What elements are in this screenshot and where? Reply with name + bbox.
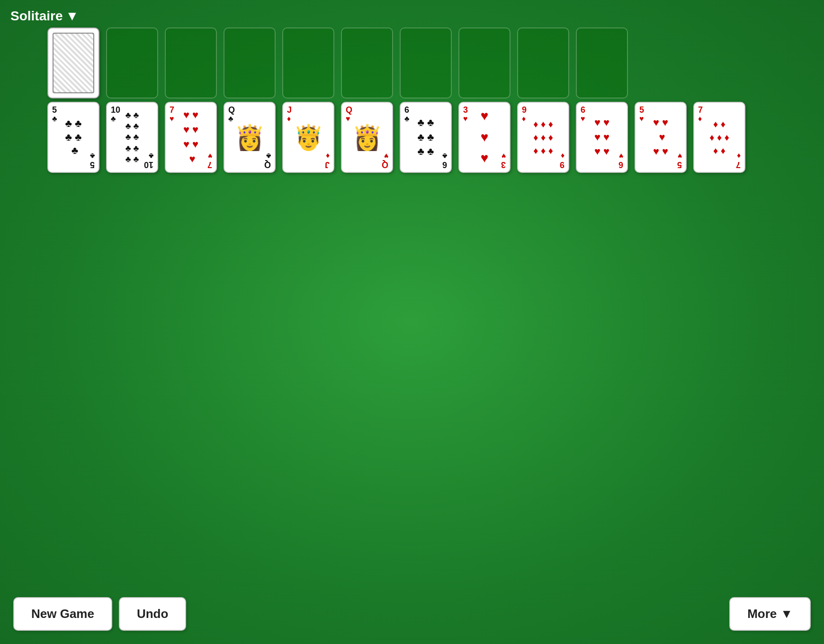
tableau-col-10: 6 ♥ ♥ ♥♥ ♥♥ ♥ 6 ♥ bbox=[576, 102, 628, 173]
tableau-col-11: 5 ♥ ♥ ♥ ♥♥ ♥ 5 ♥ bbox=[635, 102, 687, 173]
tableau-col-4: Q ♣ 👸 Q ♣ bbox=[224, 102, 276, 173]
foundation-slot-2[interactable] bbox=[224, 27, 276, 98]
card-back-pattern bbox=[53, 33, 94, 93]
tableau-col-3: 7 ♥ ♥ ♥♥ ♥♥ ♥ ♥ 7 ♥ bbox=[165, 102, 217, 173]
tableau-col-6: Q ♥ 👸 Q ♥ bbox=[341, 102, 393, 173]
tableau-col-12: 7 ♦ ♦ ♦♦ ♦ ♦♦ ♦ 7 ♦ bbox=[693, 102, 745, 173]
tableau-area: 5 ♣ ♣ ♣♣ ♣ ♣ 5 ♣ 10 ♣ ♣ ♣♣ ♣♣ ♣♣ ♣♣ ♣ 10… bbox=[47, 102, 745, 173]
tableau-card-3[interactable]: 7 ♥ ♥ ♥♥ ♥♥ ♥ ♥ 7 ♥ bbox=[165, 102, 217, 173]
foundation-slot-8[interactable] bbox=[576, 27, 628, 98]
new-game-button[interactable]: New Game bbox=[13, 597, 112, 631]
foundation-slot-1[interactable] bbox=[165, 27, 217, 98]
tableau-card-10[interactable]: 6 ♥ ♥ ♥♥ ♥♥ ♥ 6 ♥ bbox=[576, 102, 628, 173]
tableau-card-6[interactable]: Q ♥ 👸 Q ♥ bbox=[341, 102, 393, 173]
foundation-slot-6[interactable] bbox=[458, 27, 511, 98]
tableau-card-5[interactable]: J ♦ 🤴 J ♦ bbox=[282, 102, 334, 173]
foundation-slot-4[interactable] bbox=[341, 27, 393, 98]
more-label: More bbox=[747, 607, 777, 621]
tableau-col-9: 9 ♦ ♦ ♦ ♦♦ ♦ ♦♦ ♦ ♦ 9 ♦ bbox=[517, 102, 569, 173]
tableau-card-2[interactable]: 10 ♣ ♣ ♣♣ ♣♣ ♣♣ ♣♣ ♣ 10 ♣ bbox=[106, 102, 158, 173]
more-button[interactable]: More ▼ bbox=[729, 597, 811, 631]
more-arrow: ▼ bbox=[780, 607, 793, 621]
top-area bbox=[47, 27, 628, 98]
foundation-slot-5[interactable] bbox=[400, 27, 452, 98]
foundation-slot-7[interactable] bbox=[517, 27, 569, 98]
tableau-card-4[interactable]: Q ♣ 👸 Q ♣ bbox=[224, 102, 276, 173]
tableau-col-2: 10 ♣ ♣ ♣♣ ♣♣ ♣♣ ♣♣ ♣ 10 ♣ bbox=[106, 102, 158, 173]
foundation-slot-3[interactable] bbox=[282, 27, 334, 98]
waste-pile[interactable] bbox=[106, 27, 158, 98]
tableau-card-11[interactable]: 5 ♥ ♥ ♥ ♥♥ ♥ 5 ♥ bbox=[635, 102, 687, 173]
tableau-card-7[interactable]: 6 ♣ ♣ ♣♣ ♣♣ ♣ 6 ♣ bbox=[400, 102, 452, 173]
dropdown-arrow[interactable]: ▼ bbox=[65, 9, 79, 24]
tableau-card-12[interactable]: 7 ♦ ♦ ♦♦ ♦ ♦♦ ♦ 7 ♦ bbox=[693, 102, 745, 173]
tableau-card-1[interactable]: 5 ♣ ♣ ♣♣ ♣ ♣ 5 ♣ bbox=[47, 102, 99, 173]
stock-pile[interactable] bbox=[47, 27, 99, 98]
tableau-col-1: 5 ♣ ♣ ♣♣ ♣ ♣ 5 ♣ bbox=[47, 102, 99, 173]
tableau-col-7: 6 ♣ ♣ ♣♣ ♣♣ ♣ 6 ♣ bbox=[400, 102, 452, 173]
tableau-col-5: J ♦ 🤴 J ♦ bbox=[282, 102, 334, 173]
tableau-card-8[interactable]: 3 ♥ ♥♥♥ 3 ♥ bbox=[458, 102, 511, 173]
bottom-left-buttons: New Game Undo bbox=[13, 597, 186, 631]
bottom-bar: New Game Undo More ▼ bbox=[0, 597, 824, 631]
undo-button[interactable]: Undo bbox=[119, 597, 186, 631]
app-title: Solitaire bbox=[10, 9, 63, 24]
app-header: Solitaire ▼ bbox=[10, 9, 79, 24]
tableau-col-8: 3 ♥ ♥♥♥ 3 ♥ bbox=[458, 102, 511, 173]
tableau-card-9[interactable]: 9 ♦ ♦ ♦ ♦♦ ♦ ♦♦ ♦ ♦ 9 ♦ bbox=[517, 102, 569, 173]
